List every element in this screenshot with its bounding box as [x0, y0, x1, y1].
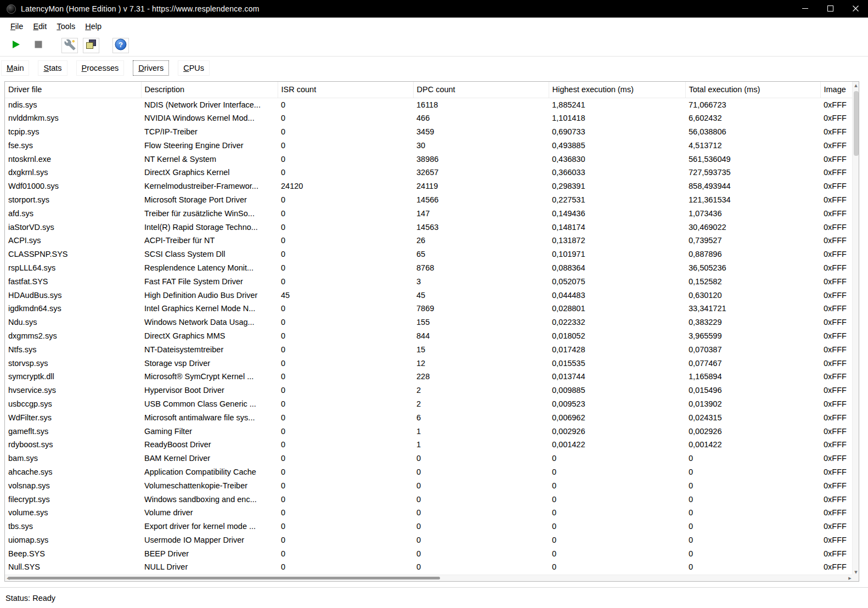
menu-item-tools[interactable]: Tools [52, 20, 80, 33]
maximize-button[interactable] [818, 0, 843, 18]
table-row[interactable]: symcryptk.dllMicrosoft® SymCrypt Kernel … [5, 370, 853, 384]
table-cell: 0,149436 [549, 206, 685, 220]
table-row[interactable]: iaStorVD.sysIntel(R) Rapid Storage Techn… [5, 220, 853, 234]
table-row[interactable]: ndis.sysNDIS (Network Driver Interface..… [5, 98, 853, 111]
title-bar: LatencyMon (Home Edition ) v 7.31 - http… [0, 0, 868, 18]
table-cell: 0 [278, 261, 413, 275]
table-cell: 0xFFF [820, 424, 853, 438]
table-row[interactable]: storvsp.sysStorage vsp Driver0120,015535… [5, 356, 853, 370]
table-row[interactable]: Ntfs.sysNT-Dateisystemtreiber0150,017428… [5, 342, 853, 356]
table-cell: 0,070387 [685, 342, 820, 356]
table-row[interactable]: ahcache.sysApplication Compatibility Cac… [5, 465, 853, 479]
options-button[interactable] [61, 38, 78, 53]
table-row[interactable]: Wdf01000.sysKernelmodustreiber-Framewor.… [5, 179, 853, 193]
table-row[interactable]: ACPI.sysACPI-Treiber für NT0260,1318720,… [5, 234, 853, 247]
table-cell: 6 [413, 410, 549, 424]
table-cell: Windows Network Data Usag... [141, 316, 278, 329]
table-cell: 0 [278, 234, 413, 247]
stop-monitor-button[interactable] [30, 38, 47, 53]
table-row[interactable]: usbccgp.sysUSB Common Class Generic ...0… [5, 397, 853, 411]
table-row[interactable]: igdkmdn64.sysIntel Graphics Kernel Mode … [5, 302, 853, 316]
table-row[interactable]: tbs.sysExport driver for kernel mode ...… [5, 520, 853, 533]
column-header-driver-file[interactable]: Driver file [5, 82, 141, 98]
tab-main[interactable]: Main [1, 60, 29, 76]
window-controls [792, 0, 868, 18]
table-row[interactable]: fse.sysFlow Steering Engine Driver0300,4… [5, 138, 853, 152]
app-icon[interactable] [7, 4, 16, 14]
table-row[interactable]: dxgkrnl.sysDirectX Graphics Kernel032657… [5, 166, 853, 179]
table-row[interactable]: fastfat.SYSFast FAT File System Driver03… [5, 274, 853, 288]
table-cell: 36,505236 [685, 261, 820, 275]
table-row[interactable]: Ndu.sysWindows Network Data Usag...01550… [5, 316, 853, 329]
tab-cpus[interactable]: CPUs [178, 60, 210, 76]
horizontal-scrollbar-thumb[interactable] [8, 577, 440, 579]
table-row[interactable]: Null.SYSNULL Driver00000xFFF [5, 560, 853, 574]
table-cell: 0,017428 [549, 342, 685, 356]
table-cell: 4,513712 [685, 138, 820, 152]
table-row[interactable]: volsnap.sysVolumeschattenkopie-Treiber00… [5, 478, 853, 492]
table-row[interactable]: afd.sysTreiber für zusätzliche WinSo...0… [5, 206, 853, 220]
table-cell: rspLLL64.sys [5, 261, 141, 275]
table-cell: 0 [549, 533, 685, 547]
table-cell: 844 [413, 329, 549, 343]
table-row[interactable]: hvservice.sysHypervisor Boot Driver020,0… [5, 384, 853, 397]
tab-drivers[interactable]: Drivers [133, 60, 169, 76]
menu-item-edit[interactable]: Edit [28, 20, 52, 33]
table-cell: fse.sys [5, 138, 141, 152]
vertical-scrollbar[interactable]: ▲ ▼ [852, 82, 859, 576]
column-header-image[interactable]: Image [820, 82, 853, 98]
table-cell: 0,028801 [549, 302, 685, 316]
table-cell: 0 [278, 492, 413, 506]
start-monitor-button[interactable] [8, 38, 24, 53]
table-row[interactable]: bam.sysBAM Kernel Driver00000xFFF [5, 452, 853, 465]
window-title: LatencyMon (Home Edition ) v 7.31 - http… [21, 4, 260, 13]
table-cell: 71,066723 [685, 98, 820, 111]
table-cell: fastfat.SYS [5, 274, 141, 288]
table-row[interactable]: dxgmms2.sysDirectX Graphics MMS08440,018… [5, 329, 853, 343]
table-cell: 0 [278, 98, 413, 111]
table-cell: 0 [685, 547, 820, 560]
table-row[interactable]: Beep.SYSBEEP Driver00000xFFF [5, 547, 853, 560]
table-cell: 0,493885 [549, 138, 685, 152]
menu-item-file[interactable]: File [5, 20, 28, 33]
table-row[interactable]: uiomap.sysUsermode IO Mapper Driver00000… [5, 533, 853, 547]
scroll-up-arrow-icon[interactable]: ▲ [853, 82, 859, 89]
table-row[interactable]: storport.sysMicrosoft Storage Port Drive… [5, 193, 853, 207]
table-row[interactable]: ntoskrnl.exeNT Kernel & System0389860,43… [5, 152, 853, 166]
table-cell: NT Kernel & System [141, 152, 278, 166]
help-button[interactable]: ? [112, 38, 129, 53]
table-row[interactable]: nvlddmkm.sysNVIDIA Windows Kernel Mod...… [5, 111, 853, 125]
copy-report-button[interactable] [83, 38, 99, 53]
table-row[interactable]: rspLLL64.sysResplendence Latency Monit..… [5, 261, 853, 275]
table-row[interactable]: CLASSPNP.SYSSCSI Class System Dll0650,10… [5, 247, 853, 261]
table-row[interactable]: filecrypt.sysWindows sandboxing and enc.… [5, 492, 853, 506]
column-header-total-execution-ms[interactable]: Total execution (ms) [685, 82, 820, 98]
menu-item-help[interactable]: Help [80, 20, 106, 33]
horizontal-scrollbar[interactable]: ◀ ▶ [5, 575, 853, 581]
column-header-isr-count[interactable]: ISR count [278, 82, 413, 98]
column-header-dpc-count[interactable]: DPC count [413, 82, 549, 98]
table-cell: 0 [549, 547, 685, 560]
tab-processes[interactable]: Processes [76, 60, 125, 76]
table-row[interactable]: volume.sysVolume driver00000xFFF [5, 506, 853, 520]
table-row[interactable]: WdFilter.sysMicrosoft antimalware file s… [5, 410, 853, 424]
close-button[interactable] [843, 0, 868, 18]
table-row[interactable]: tcpip.sysTCP/IP-Treiber034590,69073356,0… [5, 125, 853, 139]
table-cell: 0 [413, 520, 549, 533]
table-row[interactable]: rdyboost.sysReadyBoost Driver010,0014220… [5, 438, 853, 452]
table-cell: symcryptk.dll [5, 370, 141, 384]
table-row[interactable]: gameflt.sysGaming Filter010,0029260,0029… [5, 424, 853, 438]
table-body: ndis.sysNDIS (Network Driver Interface..… [5, 98, 853, 574]
column-header-highest-execution-ms[interactable]: Highest execution (ms) [549, 82, 685, 98]
tab-stats[interactable]: Stats [38, 60, 67, 76]
column-header-description[interactable]: Description [141, 82, 278, 98]
copy-windows-icon [86, 39, 97, 52]
table-cell: 1 [413, 424, 549, 438]
table-cell: gameflt.sys [5, 424, 141, 438]
table-row[interactable]: HDAudBus.sysHigh Definition Audio Bus Dr… [5, 288, 853, 302]
table-cell: Intel Graphics Kernel Mode N... [141, 302, 278, 316]
minimize-button[interactable] [792, 0, 818, 18]
table-cell: BEEP Driver [141, 547, 278, 560]
table-cell: Beep.SYS [5, 547, 141, 560]
vertical-scrollbar-thumb[interactable] [854, 91, 859, 156]
